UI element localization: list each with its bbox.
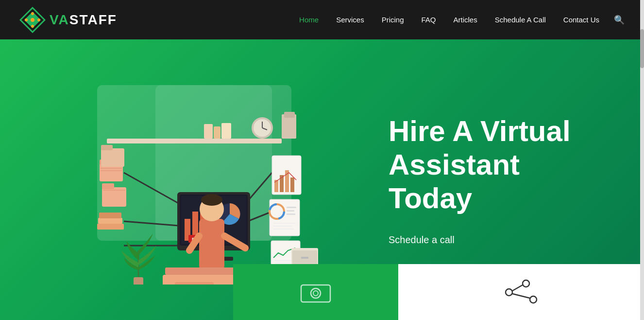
nav-services[interactable]: Services [327,16,373,24]
svg-rect-25 [101,168,122,169]
logo-staff: STAFF [69,12,117,28]
svg-rect-47 [287,213,295,215]
hero-section: EXTRACT [0,39,644,320]
svg-rect-30 [101,148,124,167]
svg-rect-40 [285,170,289,192]
svg-point-88 [311,288,321,298]
hero-title: Hire A Virtual Assistant Today [389,114,615,215]
bottom-cards [233,264,644,320]
card-money [233,264,398,320]
svg-point-6 [31,25,34,28]
svg-rect-20 [102,183,114,189]
svg-point-2 [31,18,34,22]
svg-rect-31 [101,145,113,150]
svg-rect-41 [290,178,294,192]
nav-pricing[interactable]: Pricing [373,16,413,24]
svg-rect-12 [221,123,231,139]
svg-rect-49 [273,226,292,227]
svg-rect-80 [134,277,143,284]
svg-point-4 [37,18,40,21]
nav-schedule-call[interactable]: Schedule A Call [486,16,555,24]
svg-rect-48 [273,223,296,224]
nav-home[interactable]: Home [290,16,327,24]
svg-line-94 [512,285,523,291]
hero-content: Hire A Virtual Assistant Today Schedule … [359,114,615,246]
svg-point-3 [25,18,28,21]
svg-rect-21 [103,190,125,191]
svg-rect-17 [282,114,296,139]
svg-point-92 [523,280,529,287]
svg-rect-26 [101,170,122,171]
nav-faq[interactable]: FAQ [413,16,445,24]
svg-rect-10 [204,124,213,139]
svg-rect-28 [98,218,122,224]
logo-icon [19,7,46,33]
svg-rect-78 [175,282,214,284]
scrollbar-thumb[interactable] [640,29,644,68]
svg-rect-50 [273,229,294,230]
nav-contact-us[interactable]: Contact Us [555,16,608,24]
svg-rect-87 [301,285,330,302]
svg-rect-45 [287,207,296,208]
scrollbar[interactable] [640,0,644,320]
nav-articles[interactable]: Articles [445,16,486,24]
svg-rect-27 [97,224,124,230]
search-icon[interactable]: 🔍 [608,15,625,25]
share-icon [502,278,541,307]
card-share [398,264,644,320]
svg-rect-9 [107,139,282,143]
hero-illustration-area: EXTRACT [29,75,359,284]
svg-line-95 [512,294,530,298]
svg-rect-53 [275,263,292,264]
svg-rect-71 [199,219,224,270]
money-icon [299,280,333,304]
svg-rect-46 [287,210,294,212]
svg-rect-85 [301,257,308,259]
logo-va: VA [50,12,69,28]
svg-point-91 [506,289,512,296]
svg-rect-11 [214,126,220,139]
header: VA STAFF Home Services Pricing FAQ Artic… [0,0,644,39]
svg-point-5 [31,12,34,15]
logo-text: VA STAFF [50,12,117,28]
svg-point-73 [201,194,222,206]
svg-rect-18 [284,112,295,118]
hero-illustration: EXTRACT [68,75,321,284]
svg-rect-29 [99,213,121,218]
logo[interactable]: VA STAFF [19,7,117,33]
schedule-call-cta[interactable]: Schedule a call [389,234,615,246]
main-nav: Home Services Pricing FAQ Articles Sched… [290,15,625,25]
svg-point-93 [530,296,537,303]
svg-point-89 [313,291,318,296]
